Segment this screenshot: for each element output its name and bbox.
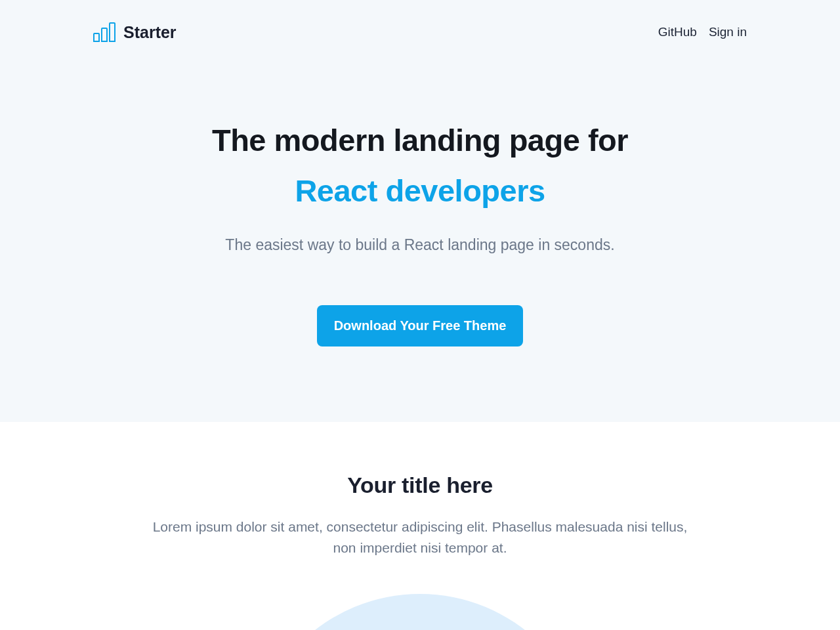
logo-text: Starter	[123, 23, 177, 42]
features-description: Lorem ipsum dolor sit amet, consectetur …	[151, 516, 689, 558]
logo-link[interactable]: Starter	[93, 22, 177, 42]
hero-title-line1: The modern landing page for	[0, 122, 840, 158]
hero-section: Starter GitHub Sign in The modern landin…	[0, 0, 840, 422]
circle-decoration	[249, 594, 591, 630]
bar-chart-icon	[93, 22, 117, 42]
hero-content: The modern landing page for React develo…	[0, 42, 840, 346]
features-title: Your title here	[0, 472, 840, 498]
download-theme-button[interactable]: Download Your Free Theme	[317, 305, 524, 346]
hero-title-line2: React developers	[0, 173, 840, 209]
nav: GitHub Sign in	[658, 25, 747, 39]
nav-link-signin[interactable]: Sign in	[709, 25, 747, 39]
features-section: Your title here Lorem ipsum dolor sit am…	[0, 422, 840, 558]
nav-link-github[interactable]: GitHub	[658, 25, 697, 39]
hero-subtitle: The easiest way to build a React landing…	[0, 236, 840, 254]
header: Starter GitHub Sign in	[0, 0, 840, 42]
